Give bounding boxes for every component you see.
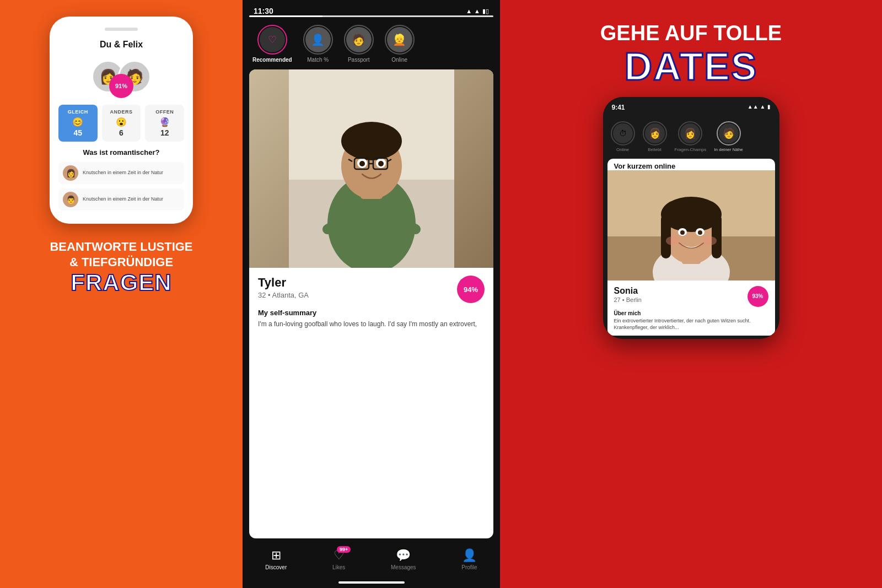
- p3-location: 27 • Berlin: [614, 296, 642, 303]
- tab-online-label: Online: [391, 57, 407, 63]
- p3-tab-nahe-ring: 🧑: [717, 121, 741, 145]
- p3-profile-card: Vor kurzem online: [607, 159, 775, 336]
- tab-match-label: Match %: [307, 57, 329, 63]
- panel-orange: Du & Felix 👩 🧑 91% GLEICH 😊 45 ANDERS 😮 …: [0, 0, 243, 588]
- p3-section-text: Ein extrovertierter Introvertierter, der…: [614, 317, 768, 331]
- p3-tab-online-ring: ⏱: [611, 121, 635, 145]
- filter-tabs: ♡ Recommended 👤 Match % 🧑 Passport 👱 Onl…: [243, 17, 500, 65]
- answer-anders-count: 6: [104, 128, 139, 137]
- tab-recommended[interactable]: ♡ Recommended: [248, 23, 297, 65]
- tagline-line1: BEANTWORTE LUSTIGE: [50, 240, 192, 253]
- p3-section-title: Über mich: [614, 310, 768, 316]
- answer-grid: GLEICH 😊 45 ANDERS 😮 6 OFFEN 🔮 12: [58, 105, 184, 142]
- question-option-1[interactable]: 👩 Knutschen in einem Zeit in der Natur: [58, 162, 184, 184]
- p3-tab-beliebt-ring: 👩: [643, 121, 667, 145]
- profile-icon: 👤: [462, 548, 477, 563]
- answer-anders-emoji: 😮: [104, 117, 139, 127]
- tab-passport-avatar: 🧑: [346, 27, 372, 52]
- answer-anders[interactable]: ANDERS 😮 6: [102, 105, 141, 142]
- p3-online-label: Vor kurzem online: [607, 159, 775, 170]
- p3-signal-icon: ▲▲: [747, 104, 759, 111]
- answer-offen[interactable]: OFFEN 🔮 12: [145, 105, 184, 142]
- tab-recommended-label: Recommended: [252, 57, 292, 63]
- answer-gleich-label: GLEICH: [61, 109, 95, 115]
- profile-name-block: Tyler 32 • Atlanta, GA: [258, 276, 309, 299]
- nav-discover[interactable]: ⊞ Discover: [265, 548, 287, 570]
- p3-dates: DATES: [624, 47, 757, 86]
- messages-icon: 💬: [396, 548, 411, 563]
- profile-percent-badge: 94%: [457, 276, 485, 303]
- question-title: Was ist romantischer?: [58, 148, 184, 157]
- p3-name-row: Sonia 27 • Berlin 93%: [614, 286, 768, 307]
- question-option-2[interactable]: 👨 Knutschen in einem Zeit in der Natur: [58, 188, 184, 211]
- summary-title: My self-summary: [258, 309, 485, 317]
- p3-tab-beliebt[interactable]: 👩 Beliebt: [639, 120, 670, 153]
- tab-passport[interactable]: 🧑 Passport: [340, 23, 378, 65]
- profile-location: Atlanta, GA: [272, 291, 309, 299]
- tab-online-avatar: 👱: [387, 27, 412, 52]
- p3-tab-nahe[interactable]: 🧑 In deiner Nähe: [711, 120, 746, 153]
- tab-online[interactable]: 👱 Online: [380, 23, 419, 65]
- profile-info: Tyler 32 • Atlanta, GA 94% My self-summa…: [249, 268, 493, 335]
- nav-profile[interactable]: 👤 Profile: [461, 548, 477, 570]
- p3-headline: GEHE AUF TOLLE: [600, 22, 782, 45]
- tab-passport-ring: 🧑: [344, 25, 374, 55]
- likes-badge: 99+: [337, 546, 351, 553]
- nav-likes[interactable]: ♡ 99+ Likes: [332, 548, 345, 570]
- p3-filter-tabs: ⏱ Online 👩 Beliebt 👩 Fragen-Champs 🧑: [603, 116, 779, 155]
- profile-card: Tyler 32 • Atlanta, GA 94% My self-summa…: [249, 69, 493, 538]
- profile-photo-svg: [289, 69, 454, 268]
- p3-status-bar: 9:41 ▲▲ ▲ ▮: [612, 104, 771, 111]
- home-indicator: [338, 581, 405, 584]
- phone-frame-1: Du & Felix 👩 🧑 91% GLEICH 😊 45 ANDERS 😮 …: [50, 17, 193, 224]
- svg-point-29: [703, 236, 717, 245]
- svg-point-5: [341, 122, 402, 160]
- tab-recommended-ring: ♡: [257, 25, 287, 55]
- tab-match-ring: 👤: [303, 25, 333, 55]
- wifi-icon: ▲: [466, 8, 472, 14]
- p3-photo-svg: [607, 170, 775, 280]
- p3-name-block: Sonia 27 • Berlin: [614, 286, 642, 303]
- p3-tab-fragen[interactable]: 👩 Fragen-Champs: [671, 120, 710, 153]
- svg-point-28: [666, 236, 679, 245]
- tagline-line2: & TIEFGRÜNDIGE: [50, 256, 192, 269]
- tab-recommended-icon: ♡: [260, 27, 285, 52]
- panel-dark: 11:30 ▲ ▲ ▮▯ ♡ Recommended 👤 Match % 🧑 P…: [243, 0, 500, 588]
- answer-offen-emoji: 🔮: [147, 117, 182, 127]
- answer-gleich-emoji: 😊: [61, 117, 95, 127]
- tab-match[interactable]: 👤 Match %: [299, 23, 337, 65]
- profile-name-row: Tyler 32 • Atlanta, GA 94%: [258, 276, 485, 303]
- p3-battery-icon: ▮: [767, 104, 771, 111]
- q-avatar-1: 👩: [63, 165, 78, 181]
- svg-rect-22: [661, 214, 671, 258]
- nav-messages[interactable]: 💬 Messages: [391, 548, 416, 570]
- status-time: 11:30: [254, 7, 273, 15]
- match-title: Du & Felix: [58, 40, 184, 50]
- answer-gleich-count: 45: [61, 128, 95, 137]
- panel1-bottom-text: BEANTWORTE LUSTIGE & TIEFGRÜNDIGE FRAGEN: [44, 240, 198, 294]
- tab-passport-label: Passport: [348, 57, 369, 63]
- profile-photo: [249, 69, 493, 268]
- svg-rect-23: [712, 214, 722, 258]
- bottom-nav: ⊞ Discover ♡ 99+ Likes 💬 Messages 👤 Prof…: [243, 543, 500, 581]
- p3-name: Sonia: [614, 286, 642, 296]
- svg-point-8: [359, 161, 365, 166]
- likes-label: Likes: [332, 564, 345, 570]
- phone-frame-3: 9:41 ▲▲ ▲ ▮ ⏱ Online 👩 Beliebt: [603, 97, 779, 339]
- p3-wifi-icon: ▲: [760, 104, 766, 111]
- q-text-2: Knutschen in einem Zeit in der Natur: [83, 196, 163, 203]
- p3-loc-sep: •: [622, 296, 626, 303]
- profile-separator: •: [268, 291, 272, 299]
- phone-top-bar: 11:30 ▲ ▲ ▮▯: [243, 0, 500, 15]
- profile-age: 32: [258, 291, 266, 299]
- answer-gleich[interactable]: GLEICH 😊 45: [58, 105, 98, 142]
- p3-icons: ▲▲ ▲ ▮: [747, 104, 771, 111]
- p3-age: 27: [614, 296, 621, 303]
- phone-notch: [105, 28, 138, 31]
- q-avatar-2: 👨: [63, 192, 78, 207]
- p3-card-content: Sonia 27 • Berlin 93% Über mich Ein extr…: [607, 280, 775, 336]
- tab-online-ring: 👱: [385, 25, 415, 55]
- answer-anders-label: ANDERS: [104, 109, 139, 115]
- p3-tab-online[interactable]: ⏱ Online: [607, 120, 638, 153]
- p3-tab-beliebt-avatar: 👩: [645, 123, 665, 143]
